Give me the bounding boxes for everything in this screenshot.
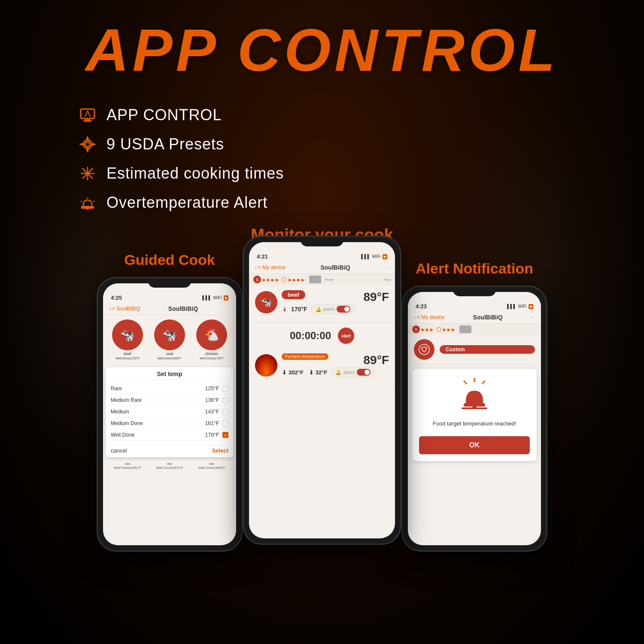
status-time-left: 4:25 [111,295,122,301]
probe-bar-center: 1 ▶▶▶▶ ⬡ ▶▶▶▶ Probe Host [249,274,395,285]
bottom-item-3: WeWell Done(168)°F [198,462,225,470]
ok-button[interactable]: OK [419,436,530,454]
gear-icon [77,134,98,155]
temp-row-medium[interactable]: Medium 143°F [111,406,228,418]
header-right-left: ··· [226,306,230,311]
header-back-left[interactable]: ‹ < SoulBiBiQ [109,306,140,312]
temp-row-rare[interactable]: Rare 125°F [111,383,228,395]
temp-value-medium-rare: 136°F [205,397,219,403]
snowflake-icon [77,163,98,184]
temp-value-well-done: 170°F [205,432,219,438]
alert-notification-phone: 4:23 ▌▌▌ WiFi ■ ‹ < My device Sou [401,286,547,552]
beef-circle: 🐄 [112,319,143,350]
probe-dots-r-left: ▶▶▶ [422,327,434,332]
guided-cook-phone: 4:25 ▌▌▌ WiFi ■ ‹ < SoulBiBiQ Sou [97,277,243,552]
beef-cook-info: beef 89°F 🌡 170°F 🔔 alarm [282,290,389,314]
furnace-temp-value-1: 302°F [289,369,304,376]
temp-label-medium-done: Medium Done [111,420,143,426]
svg-line-17 [93,201,94,202]
svg-point-12 [86,172,89,175]
checkbox-well-done[interactable]: ✓ [222,432,228,438]
feature-text-1: APP CONTROL [106,106,222,124]
custom-badge: Custom [440,345,535,354]
alarm-bell-icon-furnace: 🔔 [335,370,341,375]
cancel-button[interactable]: cancel [111,447,127,454]
header-right-center: ··· [385,265,389,270]
custom-row: Custom [408,335,541,365]
custom-info: Custom [440,345,535,354]
temp-value-medium: 143°F [205,409,219,415]
veal-circle: 🐄 [154,319,185,350]
veal-label-left: vealWell Done(165)°F [154,352,185,360]
timer-value: 00:00:00 [290,330,331,342]
header-back-text-left: < SoulBiBiQ [112,306,140,312]
set-temp-popup: Set temp Rare 125°F Medium Rare [106,367,234,457]
beef-cook-header: 🐄 beef 89°F 🌡 170°F � [255,290,389,314]
svg-rect-0 [81,109,94,118]
furnace-cook-header: Furnace temperature 89°F 🌡 302°F [255,353,389,377]
signal-icon-r: ▌▌▌ [507,304,516,309]
temp-label-medium: Medium [111,409,129,415]
header-title-left: SoulBiBiQ [168,305,198,312]
set-temp-title: Set temp [111,371,228,380]
temp-row-medium-rare[interactable]: Medium Rare 136°F [111,395,228,406]
feature-item-2: 9 USDA Presets [77,134,644,155]
header-back-right[interactable]: ‹ < My device [414,314,444,320]
furnace-controls: 🌡 302°F 🌡 32°F [282,367,389,377]
beef-temp-display: 89°F [364,290,389,304]
guided-cook-wrapper: Guided Cook 4:25 ▌▌▌ WiFi ■ [97,252,243,552]
popup-buttons: cancel Select [111,444,228,454]
beef-label-left: beefWell Done(170)°F [112,352,143,360]
start-button[interactable]: start [338,328,354,344]
guided-cook-label: Guided Cook [124,252,215,268]
wifi-icon-c: WiFi [372,254,381,259]
alert-notification-wrapper: Alert Notification 4:23 ▌▌▌ WiFi ■ [401,260,547,552]
alarm-icon [77,192,98,213]
svg-line-3 [85,111,88,117]
header-back-center[interactable]: ‹ < My device [255,264,286,270]
svg-rect-24 [462,407,487,409]
alarm-toggle-furnace[interactable] [357,369,371,376]
checkbox-medium-rare[interactable] [222,397,228,403]
beef-set-temp: 170°F [291,306,307,313]
monitor-cook-phone: 4:21 ▌▌▌ WiFi ■ ‹ < My device Sou [243,236,401,545]
therm-icon-1: 🌡 [282,369,287,376]
meat-item-veal[interactable]: 🐄 vealWell Done(165)°F [154,319,185,360]
app-header-left: ‹ < SoulBiBiQ SoulBiBiQ ··· [103,303,236,315]
status-icons-left: ▌▌▌ WiFi ■ [202,295,228,301]
bluetooth-icon-right: ⬡ [436,326,441,333]
beef-preset-badge: beef [282,290,305,299]
probe-bar-right: 1 ▶▶▶ ⬡ ▶▶▶ [408,324,541,335]
monitor-cook-screen: 4:21 ▌▌▌ WiFi ■ ‹ < My device Sou [249,242,395,538]
battery-icon-c: ■ [383,254,387,259]
checkbox-medium-done[interactable] [222,420,228,426]
phone-device-icon-r [459,325,471,333]
alarm-badge-beef: 🔔 alarm [311,304,355,314]
temp-label-rare: Rare [111,386,122,392]
probe-dots-left: ▶▶▶▶ [263,277,280,282]
svg-point-18 [419,344,429,355]
checkbox-rare[interactable] [222,386,228,392]
svg-line-4 [88,111,90,117]
feature-text-2: 9 USDA Presets [106,135,224,153]
bottom-item-1: WeWell Done(165)°F [114,462,141,470]
status-time-center: 4:21 [257,253,268,260]
bottom-item-2: WeWell Done(167)°F [156,462,183,470]
probe-label: Probe [325,278,334,282]
status-icons-right: ▌▌▌ WiFi ■ [507,304,533,309]
meat-item-chicken[interactable]: 🐔 chickenWell Done(174)°F [196,319,227,360]
timer-display: 00:00:00 start [249,323,395,348]
header-title-right: SoulBiBiQ [473,314,502,321]
probe-dots-r-right: ▶▶▶ [443,327,456,332]
temp-row-medium-done[interactable]: Medium Done 161°F [111,418,228,429]
checkbox-medium[interactable] [222,409,228,415]
select-button[interactable]: Select [212,447,228,454]
alarm-toggle-beef[interactable] [337,306,350,313]
meat-item-beef[interactable]: 🐄 beefWell Done(170)°F [112,319,143,360]
battery-icon: ■ [224,295,228,301]
header-back-text-center: < My device [258,264,286,270]
beef-cook-item: 🐄 beef 89°F 🌡 170°F � [249,285,395,323]
page-content: APP CONTROL APP CONTROL [0,0,644,644]
temp-row-well-done[interactable]: Well Done 170°F ✓ [111,429,228,441]
phone-device-icon [309,276,321,283]
